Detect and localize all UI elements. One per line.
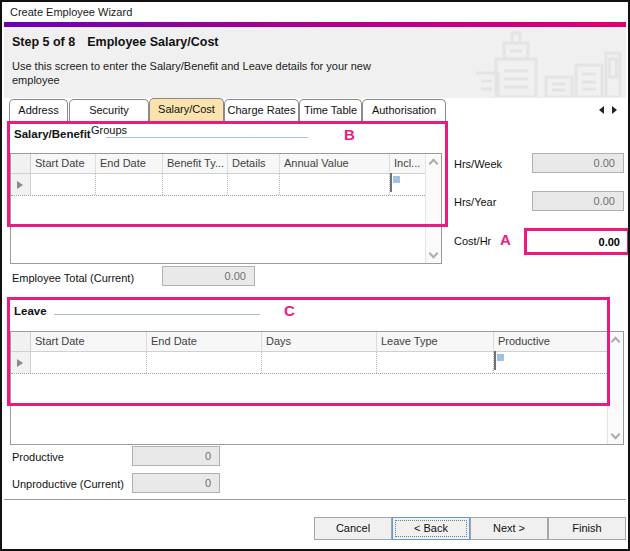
tab-authorisation[interactable]: Authorisation — [362, 99, 446, 121]
salary-benefit-grid-header: Start Date End Date Benefit Ty... Detail… — [11, 154, 425, 174]
hrs-year-label: Hrs/Year — [454, 196, 496, 208]
column-header-end-date[interactable]: End Date — [96, 154, 163, 173]
hrs-week-field: 0.00 — [532, 153, 624, 173]
cell-included[interactable] — [390, 174, 425, 195]
cell-days[interactable] — [262, 352, 377, 373]
productive-checkbox[interactable] — [494, 351, 496, 370]
cell-leave-type[interactable] — [377, 352, 494, 373]
leave-grid[interactable]: Start Date End Date Days Leave Type Prod… — [10, 331, 624, 445]
unproductive-field: 0 — [132, 473, 220, 493]
productive-field: 0 — [132, 446, 220, 466]
leave-grid-scrollbar[interactable] — [607, 332, 623, 444]
cost-hr-label: Cost/Hr — [454, 235, 491, 247]
cell-annual-value[interactable] — [280, 174, 390, 195]
salary-benefit-grid-scrollbar[interactable] — [425, 154, 441, 263]
unproductive-label: Unproductive (Current) — [12, 478, 124, 490]
title-bar: Create Employee Wizard — [4, 4, 626, 22]
window-title: Create Employee Wizard — [10, 6, 132, 18]
cost-hr-field[interactable]: 0.00 — [528, 232, 626, 252]
tab-charge-rates[interactable]: Charge Rates — [224, 99, 299, 121]
cell-start-date[interactable] — [31, 174, 96, 195]
tab-security-groups[interactable]: Security Groups — [69, 99, 149, 121]
annotation-letter-b: B — [344, 126, 355, 143]
footer-divider — [4, 499, 626, 500]
scroll-down-icon[interactable] — [429, 249, 439, 259]
employee-total-label: Employee Total (Current) — [12, 272, 134, 284]
scroll-down-icon[interactable] — [611, 430, 621, 440]
column-header-days[interactable]: Days — [262, 332, 377, 351]
create-employee-wizard-dialog: Create Employee Wizard Step 5 of 8Employ… — [0, 0, 630, 551]
leave-group-line — [54, 314, 260, 315]
column-header-annual-value[interactable]: Annual Value — [280, 154, 390, 173]
employee-total-field: 0.00 — [162, 266, 255, 286]
grid-corner-cell — [11, 154, 31, 173]
buildings-icon — [474, 31, 622, 97]
salary-benefit-grid[interactable]: Start Date End Date Benefit Ty... Detail… — [10, 153, 442, 264]
hrs-year-field: 0.00 — [532, 191, 624, 211]
annotation-letter-c: C — [284, 302, 295, 319]
column-header-start-date[interactable]: Start Date — [31, 154, 96, 173]
column-header-start-date[interactable]: Start Date — [31, 332, 147, 351]
step-description: Use this screen to enter the Salary/Bene… — [12, 59, 412, 87]
salary-benefit-new-row[interactable] — [11, 174, 425, 196]
scroll-up-icon[interactable] — [611, 337, 621, 347]
back-button[interactable]: < Back — [392, 517, 470, 540]
cancel-button[interactable]: Cancel — [314, 517, 392, 540]
row-selector-cell[interactable] — [11, 352, 31, 373]
cell-start-date[interactable] — [31, 352, 147, 373]
annotation-letter-a: A — [500, 231, 511, 248]
row-selector-arrow-icon — [17, 359, 23, 367]
tab-time-table[interactable]: Time Table — [299, 99, 362, 121]
column-header-leave-type[interactable]: Leave Type — [377, 332, 494, 351]
leave-new-row[interactable] — [11, 352, 607, 374]
included-checkbox[interactable] — [390, 173, 392, 192]
page-title: Employee Salary/Cost — [87, 35, 218, 49]
salary-benefit-group-title: Salary/Benefit — [14, 128, 91, 140]
tab-scroll-left-icon[interactable] — [599, 106, 604, 114]
tab-salary-cost[interactable]: Salary/Cost — [149, 98, 224, 121]
column-header-details[interactable]: Details — [228, 154, 280, 173]
column-header-end-date[interactable]: End Date — [147, 332, 262, 351]
cell-details[interactable] — [228, 174, 280, 195]
row-selector-arrow-icon — [17, 181, 23, 189]
finish-button[interactable]: Finish — [548, 517, 626, 540]
productive-label: Productive — [12, 451, 64, 463]
cell-end-date[interactable] — [96, 174, 163, 195]
step-title: Step 5 of 8Employee Salary/Cost — [12, 35, 219, 49]
next-button[interactable]: Next > — [470, 517, 548, 540]
scroll-up-icon[interactable] — [429, 159, 439, 169]
tab-scroll-right-icon[interactable] — [612, 106, 617, 114]
cell-end-date[interactable] — [147, 352, 262, 373]
column-header-benefit-type[interactable]: Benefit Ty... — [163, 154, 228, 173]
cell-benefit-type[interactable] — [163, 174, 228, 195]
column-header-productive[interactable]: Productive — [494, 332, 607, 351]
hrs-week-label: Hrs/Week — [454, 158, 502, 170]
leave-group-title: Leave — [14, 305, 47, 317]
salary-benefit-group-line — [106, 137, 308, 138]
leave-grid-header: Start Date End Date Days Leave Type Prod… — [11, 332, 607, 352]
column-header-included[interactable]: Incl... — [390, 154, 425, 173]
row-selector-cell[interactable] — [11, 174, 31, 195]
cell-productive[interactable] — [494, 352, 607, 373]
step-number: Step 5 of 8 — [12, 35, 75, 49]
tab-address[interactable]: Address — [9, 99, 68, 121]
grid-corner-cell — [11, 332, 31, 351]
